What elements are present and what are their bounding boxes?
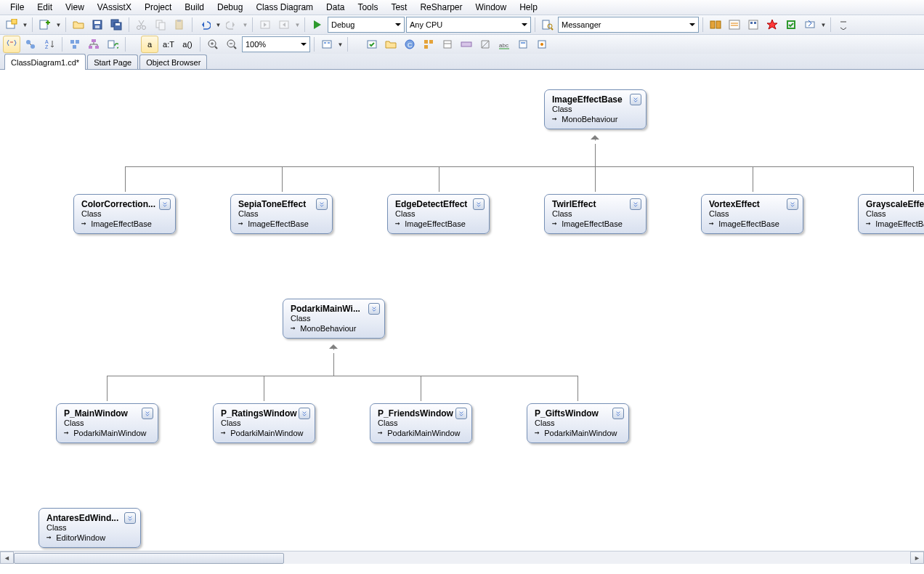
tab-startpage[interactable]: Start Page	[87, 54, 138, 69]
tb2-icon-4[interactable]	[420, 36, 437, 53]
class-node-pratings[interactable]: P_RatingsWindow Class PodarkiMainWindow	[213, 403, 315, 443]
expand-chevron-icon[interactable]	[630, 198, 641, 210]
expand-chevron-icon[interactable]	[159, 198, 171, 210]
menu-project[interactable]: Project	[139, 1, 177, 14]
class-node-pfriends[interactable]: P_FriendsWindow Class PodarkiMainWindow	[370, 403, 472, 443]
resharper-icon-3[interactable]	[745, 16, 762, 33]
expand-chevron-icon[interactable]	[612, 408, 624, 419]
menu-help[interactable]: Help	[514, 1, 543, 14]
tb2-icon-3[interactable]: C	[401, 36, 418, 53]
zoom-in-icon[interactable]	[204, 36, 222, 53]
class-node-pmain[interactable]: P_MainWindow Class PodarkiMainWindow	[56, 403, 158, 443]
name-only-button[interactable]: a	[141, 36, 158, 53]
expand-chevron-icon[interactable]	[787, 198, 798, 210]
horizontal-scrollbar[interactable]: ◄ ►	[0, 551, 924, 564]
menu-tools[interactable]: Tools	[352, 1, 384, 14]
zoom-dropdown[interactable]: 100%	[242, 36, 310, 52]
undo-icon[interactable]	[196, 16, 214, 33]
diagram-icon-2[interactable]	[22, 36, 39, 53]
new-project-dropdown[interactable]: ▼	[22, 22, 28, 28]
tb2-icon-10[interactable]	[533, 36, 551, 53]
cut-icon[interactable]	[133, 16, 150, 33]
expand-chevron-icon[interactable]	[630, 94, 641, 105]
diagram-icon-1[interactable]	[3, 36, 20, 53]
class-node-sepia[interactable]: SepiaToneEffect Class ImageEffectBase	[230, 194, 333, 234]
new-diagram-dropdown[interactable]: ▼	[337, 41, 344, 48]
tb2-icon-2[interactable]	[382, 36, 400, 53]
menu-edit[interactable]: Edit	[31, 1, 58, 14]
scroll-track[interactable]	[14, 552, 910, 563]
tab-classdiagram[interactable]: ClassDiagram1.cd*	[4, 54, 86, 70]
navigate-dropdown[interactable]: ▼	[294, 22, 301, 28]
class-node-colorcorrection[interactable]: ColorCorrection... Class ImageEffectBase	[73, 194, 176, 234]
solution-platform-dropdown[interactable]: Any CPU	[406, 17, 531, 33]
resharper-icon-1[interactable]	[707, 16, 724, 33]
diagram-canvas[interactable]: ImageEffectBase Class MonoBehaviour Colo…	[0, 70, 924, 564]
refresh-icon[interactable]	[104, 36, 121, 53]
expand-chevron-icon[interactable]	[473, 198, 485, 210]
class-node-twirl[interactable]: TwirlEffect Class ImageEffectBase	[544, 194, 647, 234]
tb2-icon-1[interactable]	[363, 36, 381, 53]
class-node-grayscale[interactable]: GrayscaleEffec Class ImageEffectBa	[858, 194, 924, 234]
find-dropdown[interactable]: Messanger	[558, 17, 699, 33]
add-item-icon[interactable]	[36, 16, 54, 33]
menu-vassistx[interactable]: VAssistX	[92, 1, 137, 14]
expand-chevron-icon[interactable]	[142, 408, 153, 419]
copy-icon[interactable]	[152, 16, 169, 33]
name-type-button[interactable]: a:T	[160, 36, 177, 53]
new-project-icon[interactable]	[3, 16, 20, 33]
resharper-dropdown[interactable]: ▼	[820, 22, 827, 28]
menu-data[interactable]: Data	[320, 1, 350, 14]
class-node-podarkimain[interactable]: PodarkiMainWi... Class MonoBehaviour	[283, 299, 385, 339]
undo-dropdown[interactable]: ▼	[215, 22, 222, 28]
group-icon[interactable]	[66, 36, 84, 53]
tb2-icon-6[interactable]	[458, 36, 475, 53]
menu-file[interactable]: File	[4, 1, 30, 14]
toolbar-overflow-icon[interactable]	[835, 16, 852, 33]
full-sig-button[interactable]: a()	[179, 36, 196, 53]
menu-window[interactable]: Window	[469, 1, 512, 14]
zoom-out-icon[interactable]	[223, 36, 240, 53]
tb2-icon-8[interactable]: abc	[495, 36, 513, 53]
navigate-fwd-icon[interactable]	[275, 16, 293, 33]
new-diagram-icon[interactable]	[318, 36, 336, 53]
class-node-antares[interactable]: AntaresEdWind... Class EditorWindow	[38, 508, 141, 548]
resharper-icon-2[interactable]	[726, 16, 743, 33]
tb2-icon-9[interactable]	[514, 36, 532, 53]
save-all-icon[interactable]	[108, 16, 125, 33]
sort-az-icon[interactable]: AZ	[41, 36, 58, 53]
expand-chevron-icon[interactable]	[455, 408, 467, 419]
menu-build[interactable]: Build	[179, 1, 210, 14]
class-node-vortex[interactable]: VortexEffect Class ImageEffectBase	[701, 194, 803, 234]
scroll-left-button[interactable]: ◄	[0, 551, 14, 564]
solution-config-dropdown[interactable]: Debug	[328, 17, 405, 33]
resharper-icon-5[interactable]	[782, 16, 800, 33]
class-node-edge[interactable]: EdgeDetectEffect Class ImageEffectBase	[387, 194, 490, 234]
menu-view[interactable]: View	[60, 1, 90, 14]
tb2-icon-5[interactable]	[439, 36, 456, 53]
navigate-back-icon[interactable]	[256, 16, 274, 33]
paste-icon[interactable]	[171, 16, 188, 33]
open-icon[interactable]	[70, 16, 87, 33]
expand-chevron-icon[interactable]	[368, 303, 380, 315]
add-item-dropdown[interactable]: ▼	[55, 22, 62, 28]
menu-classdiagram[interactable]: Class Diagram	[250, 1, 319, 14]
layout-icon[interactable]	[85, 36, 102, 53]
menu-debug[interactable]: Debug	[211, 1, 248, 14]
scroll-right-button[interactable]: ►	[910, 551, 924, 564]
save-icon[interactable]	[89, 16, 106, 33]
scroll-thumb[interactable]	[14, 553, 284, 564]
tab-objectbrowser[interactable]: Object Browser	[139, 54, 207, 69]
class-node-imageeffectbase[interactable]: ImageEffectBase Class MonoBehaviour	[544, 89, 647, 129]
menu-resharper[interactable]: ReSharper	[414, 1, 468, 14]
expand-chevron-icon[interactable]	[124, 512, 136, 524]
expand-chevron-icon[interactable]	[299, 408, 310, 419]
resharper-icon-6[interactable]	[801, 16, 819, 33]
redo-dropdown[interactable]: ▼	[242, 22, 248, 28]
expand-chevron-icon[interactable]	[316, 198, 328, 210]
menu-test[interactable]: Test	[385, 1, 413, 14]
resharper-icon-4[interactable]	[763, 16, 781, 33]
class-node-pgifts[interactable]: P_GiftsWindow Class PodarkiMainWindow	[527, 403, 629, 443]
tb2-icon-7[interactable]	[477, 36, 494, 53]
redo-icon[interactable]	[223, 16, 240, 33]
